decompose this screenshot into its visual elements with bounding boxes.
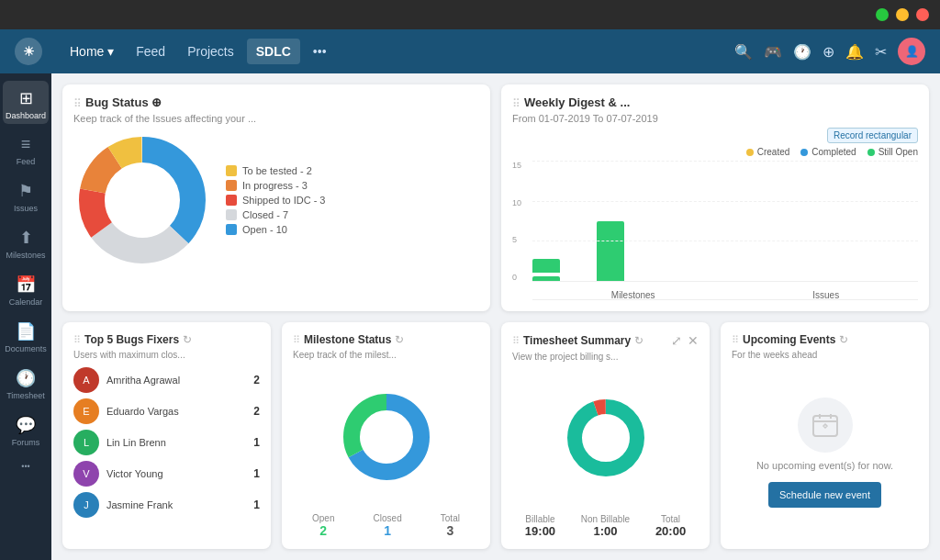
titlebar [0, 0, 940, 29]
timesheet-donut-wrapper [512, 369, 699, 507]
main-layout: ⊞ Dashboard ≡ Feed ⚑ Issues ⬆ Milestones… [0, 73, 940, 560]
sidebar-item-feed[interactable]: ≡ Feed [3, 128, 49, 170]
sidebar-item-documents[interactable]: 📄 Documents [3, 314, 49, 357]
timesheet-stat-billable: Billable 19:00 [525, 514, 555, 538]
timesheet-value-nonbillable: 1:00 [581, 524, 630, 538]
dashboard-icon: ⊞ [19, 88, 33, 108]
fixer-name-0: Amritha Agrawal [106, 375, 246, 386]
expand-timesheet-icon[interactable]: ⤢ [671, 333, 682, 348]
sidebar-item-issues[interactable]: ⚑ Issues [3, 174, 49, 217]
add-icon[interactable]: ⊕ [822, 43, 834, 61]
sidebar-label-documents: Documents [5, 344, 47, 353]
nav-projects[interactable]: Projects [178, 39, 243, 64]
milestone-card: ⠿ Milestone Status ↻ Keep track of the m… [282, 322, 490, 549]
legend-dot-open [226, 224, 237, 235]
legend-created: Created [746, 147, 790, 157]
nav-home[interactable]: Home ▾ [61, 39, 123, 64]
refresh-bugs-icon[interactable]: ↻ [183, 333, 192, 346]
window-btn-green[interactable] [876, 8, 889, 21]
upcoming-header: ⠿ Upcoming Events ↻ [732, 333, 918, 346]
sidebar-label-milestones: Milestones [6, 251, 45, 260]
sidebar-item-milestones[interactable]: ⬆ Milestones [3, 220, 49, 263]
settings-icon[interactable]: ✂ [875, 43, 887, 61]
fixer-count-2: 1 [253, 436, 260, 449]
record-rectangular-btn[interactable]: Record rectangular [827, 128, 918, 143]
bug-donut-chart [73, 131, 211, 269]
legend-label-inprogress: In progress - 3 [242, 180, 308, 191]
milestones-icon: ⬆ [19, 228, 33, 248]
timesheet-title: Timesheet Summary [523, 334, 631, 347]
schedule-new-event-button[interactable]: Schedule new event [768, 482, 881, 508]
search-icon[interactable]: 🔍 [734, 43, 753, 61]
sidebar-label-issues: Issues [14, 204, 38, 213]
sidebar-label-forums: Forums [12, 438, 40, 447]
sidebar-item-forums[interactable]: 💬 Forums [3, 408, 49, 451]
top-bugs-subtitle: Users with maximum clos... [73, 350, 260, 360]
weekly-header: ⠿ Weekly Digest & ... [512, 95, 918, 111]
close-timesheet-icon[interactable]: ✕ [688, 333, 699, 348]
nav-feed[interactable]: Feed [127, 39, 174, 64]
sidebar-item-timesheet[interactable]: 🕐 Timesheet [3, 361, 49, 404]
milestone-label-total: Total [441, 513, 460, 523]
nav-sdlc[interactable]: SDLC [247, 39, 300, 64]
x-label-issues: Issues [812, 290, 839, 300]
clock-icon[interactable]: 🕐 [793, 43, 811, 61]
issues-icon: ⚑ [18, 181, 33, 201]
drag-handle-bugs: ⠿ [73, 334, 81, 346]
legend-still-open: Still Open [867, 147, 918, 157]
bell-icon[interactable]: 🔔 [845, 43, 864, 61]
fixer-avatar-4: J [73, 492, 99, 518]
documents-icon: 📄 [16, 321, 36, 342]
fixer-count-3: 1 [253, 467, 260, 480]
nav-more[interactable]: ••• [304, 39, 336, 64]
timesheet-subtitle: View the project billing s... [512, 352, 699, 362]
x-label-milestones: Milestones [611, 290, 655, 300]
weekly-date-range: From 01-07-2019 To 07-07-2019 [512, 113, 918, 124]
fixer-item-1: E Eduardo Vargas 2 [73, 398, 260, 424]
refresh-timesheet-icon[interactable]: ↻ [634, 334, 643, 347]
calendar-empty-icon [798, 398, 853, 453]
svg-point-5 [106, 163, 179, 237]
sidebar-label-feed: Feed [17, 157, 36, 166]
user-avatar[interactable]: 👤 [898, 38, 925, 65]
sidebar-item-calendar[interactable]: 📅 Calendar [3, 267, 49, 310]
fixer-name-4: Jasmine Frank [106, 499, 246, 510]
sidebar-item-more[interactable]: ••• [3, 454, 49, 475]
nav-links: Home ▾ Feed Projects SDLC ••• [61, 39, 716, 64]
svg-point-8 [362, 412, 411, 462]
svg-rect-12 [813, 416, 837, 436]
milestone-stat-open: Open 2 [312, 513, 334, 538]
refresh-milestone-icon[interactable]: ↻ [395, 333, 404, 346]
bug-status-content: To be tested - 2 In progress - 3 Shipped… [73, 131, 479, 269]
drag-handle-timesheet: ⠿ [512, 335, 520, 347]
svg-point-11 [584, 416, 628, 460]
dashboard-content: ⠿ Bug Status ⊕ Keep track of the Issues … [51, 73, 940, 560]
timesheet-label-billable: Billable [525, 514, 555, 524]
bar-chart [532, 190, 918, 300]
refresh-upcoming-icon[interactable]: ↻ [839, 333, 848, 346]
bar-issues-green [597, 221, 624, 281]
timesheet-actions: ⤢ ✕ [671, 333, 699, 348]
legend-dot-completed [800, 149, 808, 156]
y-label-10: 10 [512, 198, 521, 207]
x-axis-labels: Milestones Issues [532, 290, 918, 300]
bug-legend: To be tested - 2 In progress - 3 Shipped… [226, 165, 326, 235]
window-btn-red[interactable] [916, 8, 929, 21]
milestone-value-open: 2 [312, 523, 334, 538]
milestone-label-closed: Closed [374, 513, 402, 523]
sidebar-label-dashboard: Dashboard [6, 111, 46, 120]
milestone-stat-total: Total 3 [441, 513, 460, 538]
legend-closed: Closed - 7 [226, 209, 326, 220]
no-events-text: No upcoming event(s) for now. [756, 460, 893, 471]
milestone-stats: Open 2 Closed 1 Total 3 [293, 513, 479, 538]
window-btn-yellow[interactable] [896, 8, 909, 21]
app-logo: ☀ [15, 38, 42, 65]
milestone-title: Milestone Status [304, 333, 391, 346]
fixer-item-4: J Jasmine Frank 1 [73, 492, 260, 518]
milestone-subtitle: Keep track of the milest... [293, 350, 479, 360]
game-icon[interactable]: 🎮 [764, 43, 782, 61]
timesheet-icon: 🕐 [16, 368, 36, 388]
sidebar-item-dashboard[interactable]: ⊞ Dashboard [3, 81, 49, 124]
timesheet-stats: Billable 19:00 Non Billable 1:00 Total 2… [512, 514, 699, 538]
legend-in-progress: In progress - 3 [226, 180, 326, 191]
